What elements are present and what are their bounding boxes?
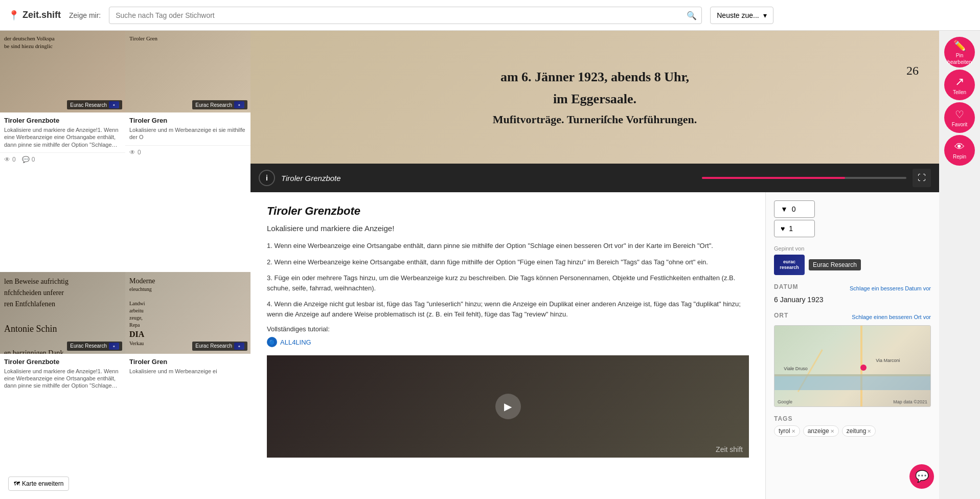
zeige-label: Zeige mir: — [69, 11, 101, 19]
task-1: 1. Wenn eine Werbeanzeige eine Ortsangab… — [267, 241, 749, 251]
eye-icon: 👁 — [129, 149, 135, 156]
list-item[interactable]: Moderne eleuchtung Landwiarbeituzeuge,Re… — [125, 272, 250, 500]
card-title: Tiroler Gren — [129, 358, 246, 366]
chat-icon: 💬 — [915, 470, 929, 483]
list-item[interactable]: len Beweise aufrichtignfchfcheiden unfer… — [0, 272, 125, 500]
search-input[interactable] — [109, 7, 702, 24]
map-toggle-button[interactable]: 🗺 Karte erweitern — [8, 477, 69, 491]
chat-button[interactable]: 💬 — [909, 464, 934, 489]
tag-zeitung-remove[interactable]: ✕ — [867, 428, 871, 434]
map-icon: 🗺 — [14, 480, 20, 487]
edit-label: Pin — [956, 53, 963, 58]
video-label: Zeit shift — [710, 441, 749, 458]
tag-tyrol-label: tyrol — [779, 427, 790, 435]
newspaper-line4: Mufitvorträge. Turneriſche Vorführungen. — [493, 111, 697, 128]
tags-list: tyrol ✕ anzeige ✕ zeitung ✕ — [774, 425, 931, 437]
card-footer: 👁 0 💬 0 — [0, 152, 125, 166]
play-icon: ▶ — [504, 400, 512, 413]
info-button[interactable]: i — [259, 170, 275, 186]
task-2: 2. Wenn eine Werbeanzeige keine Ortsanga… — [267, 257, 749, 267]
tag-tyrol-remove[interactable]: ✕ — [791, 428, 795, 434]
eurac-logo: euracresearch — [774, 255, 805, 275]
eurac-badge-label: Eurac Research — [70, 343, 107, 349]
tag-tyrol[interactable]: tyrol ✕ — [774, 425, 800, 437]
card-title: Tiroler Grenzbote — [4, 358, 121, 366]
pin-icon: 📍 — [8, 10, 19, 21]
newspaper-line2: im Eggersaale. — [493, 89, 697, 109]
overlay-body: Tiroler Grenzbote Lokalisiere und markie… — [250, 192, 939, 499]
tag-anzeige[interactable]: anzeige ✕ — [803, 425, 839, 437]
edit-pin-button[interactable]: ✏️ Pin bearbeiten — [944, 37, 975, 67]
search-icon: 🔍 — [687, 10, 697, 20]
task-4: 4. Wenn die Anzeige nicht gut lesbar ist… — [267, 299, 749, 319]
heart-button[interactable]: ♥ 1 — [774, 220, 815, 237]
overlay-main-title: Tiroler Grenzbote — [267, 205, 749, 218]
eurac-logo-small: e — [238, 345, 240, 348]
newspaper-text: am 6. Jänner 1923, abends 8 Uhr, im Egge… — [493, 67, 697, 128]
eye-icon: 👁 — [4, 156, 10, 163]
comment-count: 💬 0 — [22, 156, 35, 163]
all4ling-link[interactable]: 🔵 ALL4LING — [267, 337, 749, 347]
eye-icon: 👁 — [954, 141, 965, 153]
overlay-title: Tiroler Grenzbote — [281, 174, 696, 183]
suggest-ort-link[interactable]: Schlage einen besseren Ort vor — [852, 314, 931, 320]
tag-zeitung-label: zeitung — [847, 427, 867, 435]
list-item[interactable]: der deutschen Volkspabe sind hiezu dring… — [0, 31, 125, 272]
video-preview[interactable]: ▶ Zeit shift — [267, 355, 749, 458]
comment-icon: 💬 — [22, 156, 30, 163]
google-label: Google — [778, 399, 792, 404]
datum-section: DATUM Schlage ein besseres Datum vor 6 J… — [774, 283, 931, 304]
fav-label: Favorit — [952, 122, 968, 127]
card-description: Lokalisiere und markiere die Anzeige!1. … — [4, 126, 121, 148]
suggest-date-link[interactable]: Schlage ein besseres Datum vor — [850, 285, 931, 291]
all4ling-icon: 🔵 — [267, 337, 277, 347]
repin-button[interactable]: 👁 Repin — [944, 135, 975, 166]
ort-label: ORT — [774, 312, 788, 319]
map-container[interactable]: Viale Druso Via Marconi Google Map data … — [774, 325, 931, 407]
card-content: Tiroler Gren Lokalisiere und m Werbeanze… — [125, 354, 250, 379]
card-content: Tiroler Grenzbote Lokalisiere und markie… — [0, 354, 125, 394]
tag-zeitung[interactable]: zeitung ✕ — [842, 425, 876, 437]
app-logo: 📍 Zeit.shift — [8, 10, 61, 21]
tag-anzeige-remove[interactable]: ✕ — [830, 428, 834, 434]
card-image: Moderne eleuchtung Landwiarbeituzeuge,Re… — [125, 272, 250, 354]
tags-section: TAGS tyrol ✕ anzeige ✕ zeitung ✕ — [774, 415, 931, 437]
progress-bar — [702, 177, 906, 179]
favorite-button[interactable]: ♡ Favorit — [944, 102, 975, 133]
card-title: Tiroler Gren — [129, 117, 246, 124]
eurac-badge-label: Eurac Research — [70, 102, 107, 108]
share-icon: ↗ — [955, 75, 964, 88]
eurac-logo-small: e — [113, 103, 115, 106]
card-content: Tiroler Gren Lokalisiere und m Werbeanze… — [125, 112, 250, 145]
map-label-viale: Viale Druso — [784, 366, 807, 371]
expand-button[interactable]: ⛶ — [913, 169, 931, 187]
pinned-by-content: euracresearch Eurac Research — [774, 255, 931, 275]
pinned-by-section: Gepinnt von euracresearch Eurac Research — [774, 245, 931, 275]
card-badge: Eurac Research e — [192, 100, 247, 109]
card-footer: 👁 0 — [125, 145, 250, 159]
progress-fill — [702, 177, 845, 179]
list-item[interactable]: Tiroler Gren Eurac Research e Tiroler Gr… — [125, 31, 250, 272]
card-badge: Eurac Research e — [192, 342, 247, 351]
downvote-count: 0 — [792, 205, 796, 213]
overlay-header: i Tiroler Grenzbote ⛶ — [250, 164, 939, 192]
all4ling-label: ALL4LING — [280, 338, 311, 346]
sort-label: Neuste zue... — [717, 11, 759, 19]
vollst-label: Vollständiges tutorial: — [267, 325, 749, 333]
eurac-logo-small: e — [238, 103, 240, 106]
app-title: Zeit.shift — [22, 10, 61, 20]
map-background: Viale Druso Via Marconi Google Map data … — [774, 326, 930, 406]
overlay-subtitle: Lokalisiere und markiere die Anzeige! — [267, 224, 749, 233]
datum-value: 6 January 1923 — [774, 296, 931, 304]
share-button[interactable]: ↗ Teilen — [944, 70, 975, 100]
overlay-sidebar: ▼ 0 ♥ 1 Gepinnt von euracresearch Eurac … — [765, 192, 939, 499]
topbar: 📍 Zeit.shift Zeige mir: 🔍 Neuste zue... … — [0, 0, 980, 31]
card-badge: Eurac Research e — [67, 100, 122, 109]
downvote-button[interactable]: ▼ 0 — [774, 200, 815, 218]
newspaper-image: am 6. Jänner 1923, abends 8 Uhr, im Egge… — [250, 31, 939, 164]
sort-dropdown[interactable]: Neuste zue... ▾ — [710, 7, 773, 24]
view-count: 👁 0 — [129, 149, 141, 156]
vote-section: ▼ 0 ♥ 1 — [774, 200, 931, 237]
heart-icon: ♡ — [955, 108, 964, 121]
eurac-badge-label: Eurac Research — [195, 343, 232, 349]
